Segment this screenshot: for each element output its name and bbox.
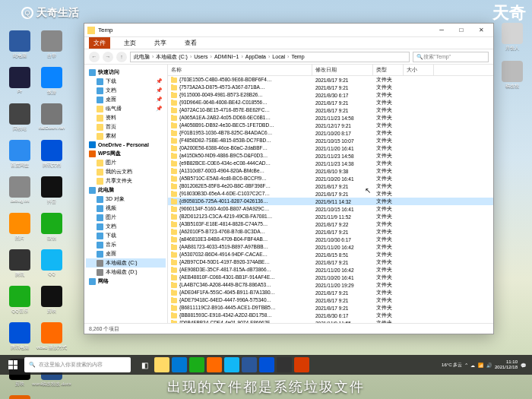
taskbar-app[interactable] [294, 357, 309, 372]
breadcrumb-segment[interactable]: Temp [291, 54, 304, 59]
taskbar-app[interactable] [189, 357, 204, 372]
desktop-icon[interactable]: QQ音乐 [6, 286, 33, 318]
taskbar-app[interactable] [259, 357, 274, 372]
file-row[interactable]: {a415Dk50-f4D9-4886-B9C5-D&F0D3…2021/11/… [168, 152, 493, 160]
file-row[interactable]: {LA4B7C346-A208-4449-BC78-886A53…2021/11… [168, 281, 493, 289]
file-row[interactable]: {A1310d87-6003-4904-820A-BMcBe…2021/8/10… [168, 167, 493, 175]
taskbar-search[interactable]: 🔍 在这里输入你要搜索的内容 [24, 357, 131, 372]
weather-widget[interactable]: 16°C 多云 [442, 362, 462, 369]
sidebar-item[interactable]: 图片 [86, 158, 166, 167]
sidebar-item[interactable]: 本地磁盘 (C:) [86, 258, 166, 268]
titlebar[interactable]: Temp ─ □ ✕ [84, 24, 493, 37]
file-list[interactable]: 名称 修改日期 类型 大小 {703E1505-C4B0-4580-9E68-B… [168, 65, 493, 323]
col-date[interactable]: 修改日期 [312, 65, 373, 75]
file-row[interactable]: {A3B5103F-E18E-4814-8828-C74A75…2021/8/1… [168, 220, 493, 228]
taskbar-app[interactable] [224, 357, 239, 372]
file-row[interactable]: {A065A1EA-2AB2-4c05-DD68-6EC6B1…2021/11/… [168, 114, 493, 122]
task-view-button[interactable]: ◧ [137, 357, 152, 372]
taskbar-app[interactable] [172, 357, 187, 372]
sidebar-item[interactable]: 视频 [86, 204, 166, 213]
ribbon-home[interactable]: 主页 [119, 37, 141, 49]
back-button[interactable]: ← [89, 52, 100, 62]
desktop-icon[interactable]: 腾讯 [6, 249, 33, 281]
sidebar-item[interactable]: 快速访问 [86, 68, 166, 77]
desktop-icon[interactable]: 剪映 [38, 286, 65, 318]
breadcrumb[interactable]: 此电脑›本地磁盘 (C:)›Users›ADMINI~1›AppData›Loc… [130, 52, 410, 62]
file-row[interactable]: {B2D012123-C3CA-4219-49CB-FA7081…2021/11… [168, 213, 493, 220]
desktop-icon[interactable]: 回收站 [6, 103, 33, 135]
up-button[interactable]: ↑ [116, 52, 127, 62]
sidebar-item[interactable]: 音乐 [86, 240, 166, 249]
breadcrumb-segment[interactable]: AppData [245, 54, 266, 59]
sidebar-item[interactable]: 网络 [86, 277, 166, 286]
file-row[interactable]: {918030B3D-65eA-4-6DE-C1037C2C7…2021/8/1… [168, 190, 493, 198]
col-type[interactable]: 类型 [373, 65, 404, 75]
sidebar-item[interactable]: 我的云文档 [86, 167, 166, 176]
sidebar-item[interactable]: 桌面📌 [86, 95, 166, 104]
file-row[interactable]: {9115000-0049-4981-B573-E28B26…2021/8/30… [168, 91, 493, 99]
file-row[interactable]: {a846810E3-84B8-4709-B04-FBF4AB…2021/10/… [168, 236, 493, 243]
sidebar-item[interactable]: 首页 [86, 122, 166, 131]
sidebar-item[interactable]: 资料 [86, 113, 166, 122]
breadcrumb-segment[interactable]: 本地磁盘 (C:) [156, 53, 188, 61]
sidebar-item[interactable]: WPS网盘 [86, 149, 166, 158]
file-row[interactable]: {7573A2A3-D875-4573-A367-871BA…2021/8/17… [168, 84, 493, 91]
file-row[interactable]: {F01B1953-1036-4B78-825C-B4ADAC6…2021/10… [168, 129, 493, 137]
desktop-icon[interactable]: 腾讯电脑 [6, 322, 33, 354]
taskbar-app[interactable] [154, 357, 169, 372]
tray-chevron-icon[interactable]: ^ [465, 363, 467, 367]
desktop-icon[interactable]: 腾讯文档 [38, 140, 65, 172]
desktop-icon[interactable]: 抖音 [38, 176, 65, 208]
file-row[interactable]: {A072AC10-BE15-4716-857E-BE62FC…2021/8/1… [168, 106, 493, 114]
close-button[interactable]: ✕ [472, 25, 490, 36]
minimize-button[interactable]: ─ [432, 25, 451, 36]
ribbon-share[interactable]: 共享 [150, 37, 171, 49]
file-row[interactable]: {AAB81723-4033-4519-B897-A97BBB…2021/11/… [168, 243, 493, 251]
sidebar-item[interactable]: 此电脑 [86, 185, 166, 195]
sidebar-item[interactable]: 共享文件夹 [86, 176, 166, 185]
col-size[interactable]: 大小 [404, 65, 434, 75]
sidebar-item[interactable]: 素材 [86, 131, 166, 141]
file-row[interactable]: {703E1505-C4B0-4580-9E68-BDBF6F4…2021/8/… [168, 76, 493, 84]
sidebar-item[interactable]: 下载📌 [86, 77, 166, 86]
file-row[interactable]: {F4858D82-7SBE-4B15-853B-DC7FBD…2021/10/… [168, 137, 493, 144]
start-button[interactable] [3, 356, 23, 373]
taskbar-app[interactable] [207, 357, 222, 372]
sidebar-item[interactable]: 下载 [86, 231, 166, 240]
sidebar-item[interactable]: 文档📌 [86, 86, 166, 95]
sidebar-item[interactable]: 桌面 [86, 249, 166, 258]
cloud-icon[interactable]: ☁ [470, 363, 475, 368]
desktop-icon[interactable]: 月份人 [499, 23, 526, 55]
desktop-icon[interactable]: 微信 [38, 213, 65, 245]
file-row[interactable]: {AE908D3E-35CF-4817-815A-dB73866…2021/11… [168, 266, 493, 274]
col-name[interactable]: 名称 [168, 65, 312, 75]
taskbar-app[interactable] [277, 357, 292, 372]
taskbar-app[interactable] [242, 357, 257, 372]
desktop-icon[interactable]: Pr [6, 67, 33, 99]
desktop-icon[interactable]: debug.txt [6, 176, 33, 208]
sidebar-item[interactable]: 本地磁盘 (D:) [86, 268, 166, 277]
file-row[interactable]: {d90581D6-725A-4011-8287-0426136…2021/9/… [168, 198, 493, 205]
file-row[interactable]: {ADE04F1FA-55SC-4045-B911-B7A1380…2021/8… [168, 289, 493, 296]
search-input[interactable]: 🔍 搜索"Temp" [413, 52, 489, 62]
ribbon-view[interactable]: 查看 [180, 37, 201, 49]
notifications-icon[interactable]: 💬 [521, 363, 526, 368]
breadcrumb-segment[interactable]: Users [194, 54, 207, 59]
file-row[interactable]: {AEB48810F-C068-4301-BB1F-914AF4E…2021/1… [168, 274, 493, 281]
file-row[interactable]: {B012082E5-85F8-4e20-B8C-0BF398F…2021/8/… [168, 182, 493, 190]
sidebar-item[interactable]: 临气播📌 [86, 104, 166, 113]
desktop-icon[interactable]: 自带 [38, 30, 65, 62]
desktop-icon[interactable]: 傲游 [38, 67, 65, 99]
sidebar-item[interactable]: OneDrive - Personal [86, 141, 166, 149]
sidebar-item[interactable]: 文档 [86, 222, 166, 231]
desktop-icon[interactable]: 稿改校 [499, 61, 526, 93]
maximize-button[interactable]: □ [452, 25, 470, 36]
desktop-icon[interactable]: QQ [38, 249, 65, 281]
sidebar[interactable]: 快速访问下载📌文档📌桌面📌临气播📌资料首页素材OneDrive - Person… [84, 65, 168, 323]
file-row[interactable]: {e9B82BCE-C0E6-434c-eC08-444CAD…2021/11/… [168, 160, 493, 167]
sidebar-item[interactable]: 图片 [86, 213, 166, 222]
taskbar[interactable]: 🔍 在这里输入你要搜索的内容 ◧ 16°C 多云 ^ ☁ 📶 🔊 11:1020… [0, 355, 532, 375]
file-row[interactable]: {A62010F5-B723-4768-B7d8-0C3DA…2021/8/17… [168, 228, 493, 236]
breadcrumb-segment[interactable]: ADMINI~1 [214, 54, 239, 59]
breadcrumb-segment[interactable]: Local [272, 54, 285, 59]
